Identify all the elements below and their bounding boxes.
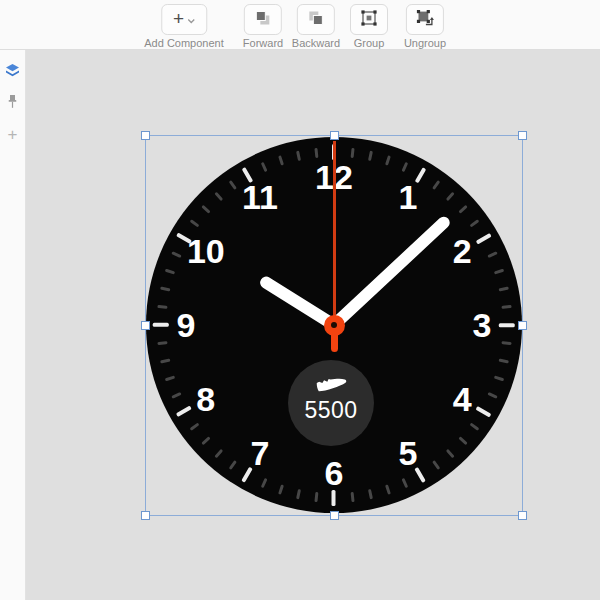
add-component-button[interactable]: + — [161, 4, 207, 35]
sidebar-item-layers[interactable] — [4, 63, 22, 81]
minute-tick — [469, 423, 479, 431]
dial-numeral-4: 4 — [453, 382, 472, 416]
hour-tick — [153, 323, 169, 327]
toolbar: + Add Component Forward — [0, 0, 600, 50]
minute-tick — [493, 269, 503, 275]
forward-group: Forward — [243, 4, 283, 49]
minute-tick — [260, 478, 267, 488]
layers-icon — [5, 63, 20, 82]
add-component-label: Add Component — [144, 37, 224, 49]
minute-tick — [160, 358, 170, 363]
ungroup-button[interactable] — [406, 4, 444, 35]
sidebar-item-pin[interactable] — [4, 94, 22, 112]
plus-icon: + — [8, 126, 18, 143]
center-hub — [324, 315, 345, 336]
center-hub-hole — [331, 322, 337, 328]
forward-label: Forward — [243, 37, 283, 49]
minute-tick — [296, 489, 301, 499]
minute-tick — [214, 192, 223, 201]
add-component-group: + Add Component — [144, 4, 224, 49]
minute-hand[interactable] — [330, 214, 452, 329]
minute-tick — [189, 219, 199, 227]
minute-tick — [260, 162, 267, 172]
hour-tick — [176, 406, 192, 417]
group-button[interactable] — [350, 4, 388, 35]
resize-handle-middle-left[interactable] — [141, 321, 150, 330]
minute-tick — [164, 269, 174, 275]
dial-numeral-1: 1 — [399, 180, 418, 214]
design-canvas[interactable]: 121234567891011 5500 — [26, 50, 600, 600]
hour-tick — [476, 233, 492, 244]
hour-tick — [476, 406, 492, 417]
minute-tick — [278, 155, 284, 165]
minute-tick — [469, 219, 479, 227]
minute-tick — [498, 287, 508, 292]
minute-tick — [401, 478, 408, 488]
dial-numeral-3: 3 — [473, 308, 492, 342]
watch-face[interactable]: 121234567891011 5500 — [146, 137, 522, 513]
minute-tick — [164, 375, 174, 381]
minute-tick — [501, 305, 511, 309]
minute-tick — [501, 341, 511, 345]
minute-tick — [160, 287, 170, 292]
resize-handle-top-left[interactable] — [141, 131, 150, 140]
resize-handle-bottom-right[interactable] — [518, 511, 527, 520]
second-hand[interactable] — [333, 141, 336, 325]
dial-numeral-11: 11 — [242, 180, 278, 214]
minute-tick — [401, 162, 408, 172]
minute-tick — [228, 460, 236, 470]
resize-handle-bottom-center[interactable] — [330, 511, 339, 520]
group-label: Group — [354, 37, 385, 49]
shoe-icon — [311, 366, 351, 400]
resize-handle-top-center[interactable] — [330, 131, 339, 140]
steps-complication[interactable]: 5500 — [288, 360, 374, 446]
chevron-down-icon — [187, 12, 195, 27]
minute-tick — [201, 205, 210, 214]
pin-icon — [7, 94, 18, 113]
backward-group: Backward — [292, 4, 340, 49]
group-group: Group — [350, 4, 388, 49]
minute-tick — [458, 205, 467, 214]
minute-tick — [157, 305, 167, 309]
minute-tick — [458, 436, 467, 445]
resize-handle-top-right[interactable] — [518, 131, 527, 140]
forward-button[interactable] — [244, 4, 282, 35]
steps-value: 5500 — [304, 397, 357, 424]
hour-tick — [332, 490, 336, 506]
backward-label: Backward — [292, 37, 340, 49]
minute-tick — [350, 148, 354, 158]
minute-tick — [350, 492, 354, 502]
minute-tick — [432, 460, 440, 470]
ungroup-group: Ungroup — [404, 4, 446, 49]
minute-tick — [296, 151, 301, 161]
dial-numeral-5: 5 — [399, 436, 418, 470]
send-backward-icon — [307, 9, 325, 30]
bring-forward-icon — [254, 9, 272, 30]
ungroup-icon — [416, 9, 434, 30]
backward-button[interactable] — [297, 4, 335, 35]
minute-tick — [367, 489, 372, 499]
dial-numeral-6: 6 — [325, 456, 344, 490]
resize-handle-middle-right[interactable] — [518, 321, 527, 330]
resize-handle-bottom-left[interactable] — [141, 511, 150, 520]
dial-numeral-2: 2 — [453, 234, 472, 268]
ungroup-label: Ungroup — [404, 37, 446, 49]
dial-numeral-9: 9 — [177, 308, 196, 342]
minute-tick — [214, 449, 223, 458]
left-sidebar: + — [0, 50, 26, 600]
minute-tick — [493, 375, 503, 381]
hour-tick — [499, 323, 515, 327]
minute-tick — [201, 436, 210, 445]
minute-tick — [498, 358, 508, 363]
minute-tick — [189, 423, 199, 431]
minute-tick — [171, 392, 181, 399]
minute-tick — [384, 484, 390, 494]
minute-tick — [314, 148, 318, 158]
plus-icon: + — [173, 9, 184, 28]
minute-tick — [157, 341, 167, 345]
minute-tick — [314, 492, 318, 502]
sidebar-item-add[interactable]: + — [4, 125, 22, 143]
dial-numeral-7: 7 — [251, 436, 270, 470]
minute-tick — [367, 151, 372, 161]
minute-tick — [445, 192, 454, 201]
